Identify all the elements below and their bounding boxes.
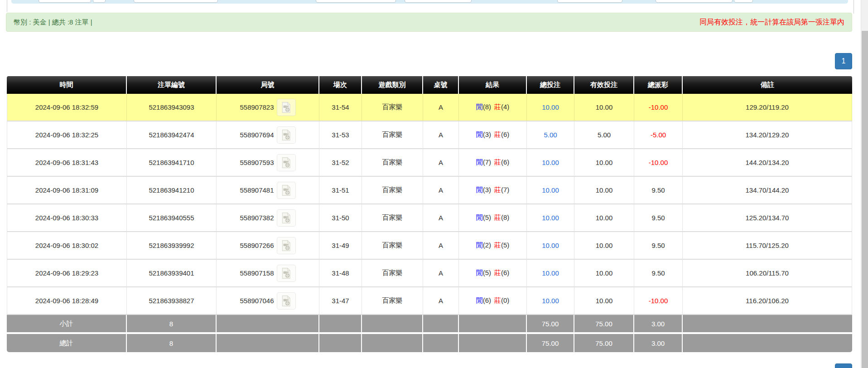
player-label: 閒 (476, 269, 483, 276)
round-id-text: 558907823 (240, 103, 274, 111)
page-1-button-bottom[interactable]: 1 (835, 363, 852, 368)
banker-points: (0) (501, 296, 509, 304)
subtotal-label: 小計 (7, 315, 127, 332)
total-bet-link[interactable]: 10.00 (542, 159, 559, 166)
video-file-icon (280, 267, 292, 279)
form-control-edge (39, 0, 91, 3)
subtotal-row: 小計 8 75.00 75.00 3.00 (7, 315, 852, 332)
banker-label: 莊 (494, 269, 501, 276)
table-row: 2024-09-06 18:28:49 521863938827 5589070… (7, 287, 852, 315)
total-bet-link[interactable]: 10.00 (542, 269, 559, 277)
currency-count-summary: 幣別 : 美金 | 總共 :8 注單 | (14, 18, 92, 27)
cell-bet-id: 521863940555 (127, 204, 217, 232)
cell-time: 2024-09-06 18:32:25 (7, 121, 127, 149)
cell-result: 閒(3)莊(6) (459, 121, 527, 149)
scrollbar-track[interactable] (861, 0, 868, 368)
cell-valid-bet: 10.00 (574, 232, 634, 260)
round-id-text: 558907694 (240, 131, 274, 139)
video-replay-button[interactable] (277, 182, 296, 199)
cell-valid-bet: 10.00 (574, 94, 634, 121)
form-control-edge (734, 0, 753, 3)
player-label: 閒 (476, 296, 483, 304)
cell-time: 2024-09-06 18:29:23 (7, 260, 127, 287)
cell-session: 31-47 (319, 287, 362, 315)
grand-total-payout: 3.00 (634, 332, 683, 352)
cell-result: 閒(8)莊(4) (459, 94, 527, 121)
cell-result: 閒(2)莊(5) (459, 232, 527, 260)
cell-round-id: 558907823 (217, 94, 319, 121)
video-replay-button[interactable] (277, 209, 296, 227)
round-id-text: 558907382 (240, 214, 274, 222)
total-bet-link[interactable]: 10.00 (542, 297, 559, 305)
cell-time: 2024-09-06 18:31:43 (7, 149, 127, 177)
cell-payout: 9.50 (634, 204, 683, 232)
cell-round-id: 558907593 (217, 149, 319, 177)
total-bet-link[interactable]: 10.00 (542, 242, 559, 249)
banker-points: (8) (501, 213, 509, 221)
cell-note: 106.20/115.70 (683, 260, 852, 287)
video-replay-button[interactable] (277, 99, 296, 116)
cell-bet-id: 521863941210 (127, 177, 217, 204)
total-bet-link[interactable]: 10.00 (542, 103, 559, 111)
video-replay-button[interactable] (277, 292, 296, 310)
player-label: 閒 (476, 213, 483, 221)
player-label: 閒 (476, 241, 483, 249)
video-file-icon (280, 157, 292, 169)
cell-round-id: 558907158 (217, 260, 319, 287)
subtotal-valid-bet: 75.00 (574, 315, 634, 332)
cell-bet-id: 521863939992 (127, 232, 217, 260)
total-bet-link[interactable]: 5.00 (544, 131, 557, 139)
round-id-text: 558907266 (240, 242, 274, 249)
cell-note: 115.70/125.20 (683, 232, 852, 260)
cell-total-bet: 5.00 (527, 121, 574, 149)
round-id-text: 558907158 (240, 269, 274, 277)
col-total-bet: 總投注 (527, 76, 574, 94)
panel-left-border (7, 0, 7, 12)
cell-note: 129.20/119.20 (683, 94, 852, 121)
cell-game-type: 百家樂 (362, 94, 423, 121)
cell-round-id: 558907382 (217, 204, 319, 232)
table-row: 2024-09-06 18:29:23 521863939401 5589071… (7, 260, 852, 287)
panel-right-border (854, 0, 854, 14)
form-control-edge (316, 0, 396, 3)
table-row: 2024-09-06 18:32:59 521863943093 5589078… (7, 94, 852, 121)
video-replay-button[interactable] (277, 237, 296, 254)
banker-points: (4) (501, 103, 509, 111)
player-points: (2) (483, 241, 491, 249)
cell-note: 125.20/134.70 (683, 204, 852, 232)
banker-label: 莊 (494, 186, 501, 194)
page-1-button[interactable]: 1 (835, 53, 852, 69)
table-row: 2024-09-06 18:30:02 521863939992 5589072… (7, 232, 852, 260)
total-bet-link[interactable]: 10.00 (542, 214, 559, 222)
video-replay-button[interactable] (277, 126, 296, 144)
cell-session: 31-50 (319, 204, 362, 232)
player-points: (3) (483, 131, 491, 138)
cell-game-type: 百家樂 (362, 177, 423, 204)
table-row: 2024-09-06 18:32:25 521863942474 5589076… (7, 121, 852, 149)
cell-bet-id: 521863942474 (127, 121, 217, 149)
cell-table: A (423, 94, 459, 121)
scrollbar-thumb[interactable] (862, 31, 868, 368)
cell-note: 134.20/129.20 (683, 121, 852, 149)
grand-total-valid-bet: 75.00 (574, 332, 634, 352)
cell-time: 2024-09-06 18:28:49 (7, 287, 127, 315)
valid-bet-note: 同局有效投注，統一計算在該局第一張注單內 (699, 18, 844, 27)
subtotal-total-bet: 75.00 (527, 315, 574, 332)
col-session: 場次 (319, 76, 362, 94)
cell-valid-bet: 10.00 (574, 260, 634, 287)
player-label: 閒 (476, 103, 483, 111)
cell-valid-bet: 5.00 (574, 121, 634, 149)
summary-bar: 幣別 : 美金 | 總共 :8 注單 | 同局有效投注，統一計算在該局第一張注單… (6, 13, 852, 32)
cell-session: 31-53 (319, 121, 362, 149)
video-replay-button[interactable] (277, 154, 296, 171)
cell-total-bet: 10.00 (527, 287, 574, 315)
cell-result: 閒(7)莊(6) (459, 149, 527, 177)
total-bet-link[interactable]: 10.00 (542, 186, 559, 194)
table-row: 2024-09-06 18:31:09 521863941210 5589074… (7, 177, 852, 204)
cell-bet-id: 521863939401 (127, 260, 217, 287)
video-replay-button[interactable] (277, 265, 296, 282)
banker-label: 莊 (494, 213, 501, 221)
banker-points: (7) (501, 186, 509, 194)
cell-valid-bet: 10.00 (574, 149, 634, 177)
col-table: 桌號 (423, 76, 459, 94)
